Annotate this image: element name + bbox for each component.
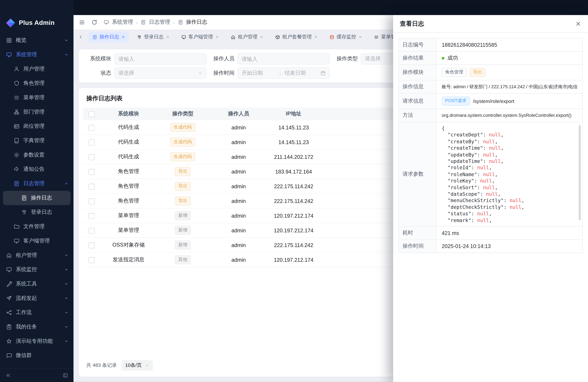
chevron-down-icon [198, 71, 203, 75]
tab-operation-log[interactable]: 操作日志 [88, 32, 129, 42]
collapse-sidebar-icon[interactable] [5, 372, 11, 378]
breadcrumb: 系统管理 › 日志管理 › 操作日志 [104, 19, 207, 26]
post-badge-icon [14, 123, 20, 129]
module-input[interactable] [114, 53, 207, 64]
sidebar-item-demo-features[interactable]: 演示站专用功能 [0, 334, 74, 348]
sidebar-item-post-mgmt[interactable]: 岗位管理 [0, 119, 74, 133]
sidebar-item-file-mgmt[interactable]: 文件管理 [0, 219, 74, 234]
close-icon[interactable] [575, 21, 581, 27]
brand-name: Plus Admin [19, 19, 55, 27]
sidebar-item-log-mgmt[interactable]: 日志管理 [0, 176, 74, 191]
row-checkbox[interactable] [88, 257, 95, 263]
sidebar-item-dept-mgmt[interactable]: 部门管理 [0, 105, 74, 119]
filter-module: 系统模块 [90, 53, 207, 64]
chat-icon [6, 353, 12, 359]
fingerprint-icon [137, 35, 142, 39]
range-arrow: → [277, 70, 282, 76]
gear-icon [14, 152, 20, 158]
result-value: 成功 [447, 55, 458, 62]
field-label: 操作时间 [399, 240, 437, 253]
sidebar-item-notice[interactable]: 通知公告 [0, 162, 74, 176]
row-checkbox[interactable] [88, 228, 95, 234]
grid-icon [6, 37, 12, 43]
sidebar-item-operation-log[interactable]: 操作日志 [3, 191, 70, 205]
detail-row-module: 操作模块 角色管理 导出 [399, 65, 583, 80]
close-tab-icon[interactable] [314, 35, 318, 39]
row-checkbox[interactable] [88, 198, 95, 204]
client-icon [14, 238, 20, 244]
select-all-checkbox[interactable] [88, 111, 95, 117]
page-size-select[interactable]: 10条/页 [121, 360, 153, 371]
operator-input[interactable] [237, 53, 330, 64]
cell-operator: admin [209, 183, 269, 189]
sidebar-item-role-mgmt[interactable]: 角色管理 [0, 76, 74, 90]
close-tab-icon[interactable] [260, 35, 263, 39]
chevron-icon [64, 181, 69, 186]
tab-tenant-mgmt[interactable]: 租户管理 [227, 32, 267, 42]
close-tab-icon[interactable] [166, 35, 169, 39]
filter-label: 操作人员 [213, 55, 234, 62]
sidebar: Plus Admin 概览 系统管理 用户管理 [0, 0, 74, 382]
breadcrumb-item-operation-log: 操作日志 [186, 19, 207, 26]
sidebar-item-user-mgmt[interactable]: 用户管理 [0, 62, 74, 76]
row-checkbox[interactable] [88, 169, 95, 175]
breadcrumb-item-log[interactable]: 日志管理 [149, 19, 170, 26]
row-checkbox[interactable] [88, 154, 95, 160]
sidebar-item-dict-mgmt[interactable]: 字典管理 [0, 133, 74, 148]
cell-ip: 211.144.202.172 [269, 154, 318, 160]
sidebar-item-system-monitor[interactable]: 系统监控 [0, 262, 74, 277]
sidebar-item-wechat-group[interactable]: 微信群 [0, 348, 74, 363]
panel-toggle-icon[interactable] [63, 372, 68, 378]
status-select[interactable]: 请选择 [114, 67, 207, 79]
row-checkbox[interactable] [88, 125, 95, 131]
date-range-picker[interactable]: 开始日期 → 结束日期 [237, 67, 330, 79]
chevron-icon [64, 253, 69, 258]
dict-book-icon [14, 138, 20, 144]
row-checkbox[interactable] [88, 213, 95, 219]
code-line: "status": null, [442, 211, 577, 217]
sidebar-item-process-start[interactable]: 流程发起 [0, 291, 74, 306]
start-date-placeholder: 开始日期 [242, 70, 275, 77]
row-checkbox[interactable] [88, 242, 95, 248]
sidebar-item-login-log[interactable]: 登录日志 [0, 205, 74, 219]
chevron-icon [64, 267, 69, 272]
monitor-icon [6, 267, 12, 273]
tab-scroll-left-button[interactable] [76, 33, 85, 41]
cell-ip: 14.145.11.23 [269, 125, 318, 130]
refresh-icon[interactable] [91, 19, 98, 25]
code-line: "roleName": null, [442, 171, 577, 178]
user-icon [14, 66, 20, 72]
close-tab-icon[interactable] [215, 35, 219, 39]
sidebar-item-param-settings[interactable]: 参数设置 [0, 148, 74, 162]
scrollbar-thumb[interactable] [579, 125, 581, 220]
sidebar-item-overview[interactable]: 概览 [0, 33, 74, 47]
menu-icon [374, 35, 379, 39]
tab-tenant-package[interactable]: 租户套餐管理 [272, 32, 322, 42]
operation-type-tag: 生成代码 [170, 152, 195, 161]
row-checkbox[interactable] [88, 184, 95, 190]
sidebar-item-workflow[interactable]: 工作流 [0, 305, 74, 320]
sidebar-item-system-mgmt[interactable]: 系统管理 [0, 47, 74, 62]
sidebar-item-tenant-mgmt[interactable]: 租户管理 [0, 248, 74, 262]
fingerprint-icon [21, 209, 27, 215]
field-label: 日志编号 [399, 38, 437, 51]
sidebar-item-my-tasks[interactable]: 我的任务 [0, 320, 74, 334]
sidebar-item-client-mgmt[interactable]: 客户端管理 [0, 234, 74, 248]
tab-login-log[interactable]: 登录日志 [133, 32, 173, 42]
tab-client-mgmt[interactable]: 客户端管理 [178, 32, 223, 42]
cell-type: 新增 [157, 211, 209, 220]
close-tab-icon[interactable] [358, 35, 362, 39]
close-tab-icon[interactable] [121, 35, 125, 39]
hamburger-icon[interactable] [79, 19, 85, 25]
chevron-icon [64, 296, 69, 301]
sidebar-item-menu-mgmt[interactable]: 菜单管理 [0, 90, 74, 105]
wrench-icon [6, 281, 12, 287]
tab-cache-monitor[interactable]: 缓存监控 [326, 32, 366, 42]
filter-label: 状态 [90, 70, 111, 77]
cell-type: 导出 [157, 182, 209, 191]
breadcrumb-item-system[interactable]: 系统管理 [112, 19, 133, 26]
cell-type: 生成代码 [157, 152, 209, 161]
row-checkbox[interactable] [88, 139, 95, 146]
field-label: 操作结果 [399, 52, 437, 64]
sidebar-item-system-tools[interactable]: 系统工具 [0, 277, 74, 291]
